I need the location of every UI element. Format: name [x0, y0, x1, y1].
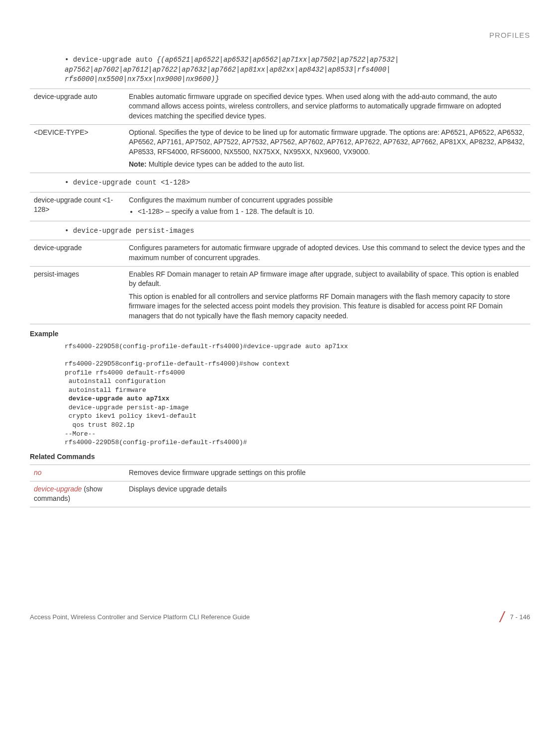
- table-row: persist-images Enables RF Domain manager…: [30, 266, 530, 324]
- device-upgrade-link[interactable]: device-upgrade: [34, 485, 82, 493]
- page-category: PROFILES: [30, 30, 530, 40]
- footer-slash-icon: /: [500, 607, 504, 628]
- footer-left: Access Point, Wireless Controller and Se…: [30, 613, 250, 622]
- param-desc-text: Configures the maximum number of concurr…: [129, 196, 333, 204]
- param-desc: Enables RF Domain manager to retain AP f…: [125, 266, 530, 324]
- param-desc: Optional. Specifies the type of device t…: [125, 124, 530, 173]
- param-table-1: device-upgrade auto Enables automatic fi…: [30, 89, 530, 173]
- table-row: no Removes device firmware upgrade setti…: [30, 465, 530, 481]
- table-row: device-upgrade count <1-128> Configures …: [30, 192, 530, 221]
- param-desc-text-2: This option is enabled for all controlle…: [129, 292, 526, 321]
- example-heading: Example: [30, 329, 530, 339]
- no-link[interactable]: no: [34, 469, 42, 476]
- param-desc: Enables automatic firmware upgrade on sp…: [125, 89, 530, 124]
- param-name: device-upgrade auto: [30, 89, 125, 124]
- example-block: rfs4000-229D58(config-profile-default-rf…: [65, 342, 530, 447]
- param-table-2: device-upgrade count <1-128> Configures …: [30, 192, 530, 221]
- note-text: Multiple device types can be added to th…: [147, 160, 305, 168]
- param-name: persist-images: [30, 266, 125, 324]
- param-bullet: <1-128> – specify a value from 1 - 128. …: [138, 207, 526, 217]
- param-table-3: device-upgrade Configures parameters for…: [30, 240, 530, 324]
- param-desc-text: Optional. Specifies the type of device t…: [129, 128, 525, 156]
- page-footer: Access Point, Wireless Controller and Se…: [30, 607, 530, 628]
- related-param: no: [30, 465, 125, 481]
- note-label: Note:: [129, 160, 147, 168]
- related-table: no Removes device firmware upgrade setti…: [30, 465, 530, 507]
- command-syntax-2: • device-upgrade count <1-128>: [65, 178, 530, 188]
- table-row: device-upgrade (show commands) Displays …: [30, 481, 530, 507]
- param-name: device-upgrade: [30, 240, 125, 266]
- related-param: device-upgrade (show commands): [30, 481, 125, 507]
- param-desc: Configures parameters for automatic firm…: [125, 240, 530, 266]
- table-row: <DEVICE-TYPE> Optional. Specifies the ty…: [30, 124, 530, 173]
- table-row: device-upgrade auto Enables automatic fi…: [30, 89, 530, 124]
- command-syntax-3: • device-upgrade persist-images: [65, 226, 530, 236]
- related-heading: Related Commands: [30, 452, 530, 462]
- page-number: 7 - 146: [510, 613, 530, 622]
- param-name: <DEVICE-TYPE>: [30, 124, 125, 173]
- related-desc: Displays device upgrade details: [125, 481, 530, 507]
- param-desc-text-1: Enables RF Domain manager to retain AP f…: [129, 270, 519, 288]
- table-row: device-upgrade Configures parameters for…: [30, 240, 530, 266]
- param-name: device-upgrade count <1-128>: [30, 192, 125, 221]
- related-desc: Removes device firmware upgrade settings…: [125, 465, 530, 481]
- param-desc: Configures the maximum number of concurr…: [125, 192, 530, 221]
- command-syntax-1: • device-upgrade auto {(ap6521|ap6522|ap…: [65, 55, 530, 85]
